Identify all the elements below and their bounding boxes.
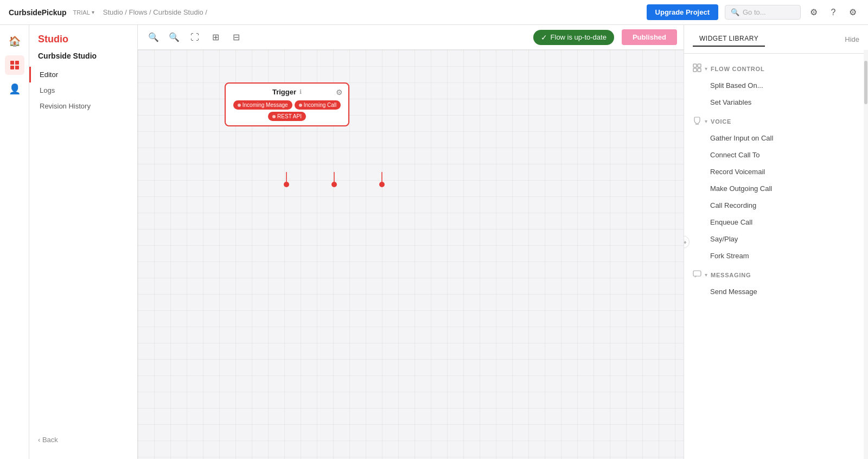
voice-icon <box>693 116 701 126</box>
hide-button[interactable]: Hide <box>845 35 859 43</box>
trigger-info-icon[interactable]: ℹ <box>299 88 302 95</box>
flow-status: ✓ Flow is up-to-date <box>533 30 614 45</box>
widget-call-recording[interactable]: Call Recording <box>684 197 868 214</box>
widget-set-variables[interactable]: Set Variables <box>684 94 868 111</box>
sidebar-item-revision-history[interactable]: Revision History <box>29 98 137 114</box>
svg-rect-0 <box>10 61 14 65</box>
grid-tool[interactable]: ⊞ <box>206 28 225 47</box>
check-icon: ✓ <box>541 33 547 42</box>
back-button[interactable]: ‹ Back <box>29 429 137 450</box>
sidebar: Studio Curbside Studio Editor Logs Revis… <box>29 25 138 459</box>
svg-rect-9 <box>693 68 697 72</box>
scrollbar-thumb[interactable] <box>864 61 867 104</box>
flow-control-toggle-icon: ▾ <box>705 66 707 72</box>
right-panel: «» WIDGET LIBRARY Hide ▾ FLOW CO <box>684 25 868 459</box>
canvas-toolbar: 🔍 🔍 ⛶ ⊞ ⊟ ✓ Flow is up-to-date Published <box>138 25 684 50</box>
trigger-badges: Incoming Message Incoming Call REST API <box>231 100 343 121</box>
voice-toggle-icon: ▾ <box>705 118 707 124</box>
brand-name: CurbsidePickup <box>9 8 67 17</box>
widget-split-based-on[interactable]: Split Based On... <box>684 77 868 94</box>
global-search[interactable]: 🔍 Go to... <box>725 5 801 20</box>
main-layout: 🏠 👤 Studio Curbside Studio Editor Logs R… <box>0 25 868 459</box>
trial-badge: TRIAL ▾ <box>73 9 94 16</box>
voice-section-header[interactable]: ▾ VOICE <box>684 111 868 130</box>
rest-api-badge: REST API <box>268 112 306 121</box>
canvas[interactable]: Trigger ℹ ⚙ Incoming Message Incoming Ca… <box>138 50 684 459</box>
svg-rect-13 <box>693 271 701 276</box>
svg-rect-2 <box>10 66 14 69</box>
widget-connect-call-to[interactable]: Connect Call To <box>684 146 868 163</box>
right-panel-tabs: WIDGET LIBRARY <box>693 31 765 47</box>
connector-lines <box>138 50 684 459</box>
search-zoom-tool[interactable]: 🔍 <box>144 28 163 47</box>
upgrade-button[interactable]: Upgrade Project <box>647 4 718 20</box>
connector-dot-3 <box>379 182 385 187</box>
sidebar-title: Curbside Studio <box>29 52 137 67</box>
sidebar-item-editor[interactable]: Editor <box>29 67 137 82</box>
messaging-toggle-icon: ▾ <box>705 272 707 278</box>
widget-enqueue-call[interactable]: Enqueue Call <box>684 214 868 231</box>
top-nav: CurbsidePickup TRIAL ▾ Studio / Flows / … <box>0 0 868 25</box>
studio-rail-icon[interactable] <box>5 55 24 75</box>
trigger-header: Trigger ℹ ⚙ <box>231 88 343 96</box>
search-icon: 🔍 <box>731 8 739 16</box>
home-icon[interactable]: 🏠 <box>5 31 24 51</box>
published-button[interactable]: Published <box>622 29 677 45</box>
widget-say-play[interactable]: Say/Play <box>684 231 868 247</box>
fit-tool[interactable]: ⛶ <box>186 28 204 47</box>
widget-fork-stream[interactable]: Fork Stream <box>684 247 868 264</box>
sidebar-item-logs[interactable]: Logs <box>29 82 137 98</box>
trigger-title: Trigger <box>272 88 296 96</box>
zoom-tool[interactable]: 🔍 <box>165 28 183 47</box>
svg-rect-3 <box>15 66 19 69</box>
flow-control-icon <box>693 63 701 74</box>
nav-icons: ⚙ ? ⚙ <box>807 6 859 19</box>
svg-rect-10 <box>698 68 701 72</box>
chevron-down-icon[interactable]: ▾ <box>92 9 94 15</box>
studio-label: Studio <box>29 34 137 52</box>
notification-icon[interactable]: ⚙ <box>807 6 820 19</box>
icon-rail: 🏠 👤 <box>0 25 29 459</box>
flow-control-section-header[interactable]: ▾ FLOW CONTROL <box>684 58 868 77</box>
svg-rect-8 <box>698 64 701 67</box>
breadcrumb: Studio / Flows / Curbside Studio / <box>103 8 207 16</box>
trigger-widget[interactable]: Trigger ℹ ⚙ Incoming Message Incoming Ca… <box>225 82 349 126</box>
widget-library: ▾ FLOW CONTROL Split Based On... Set Var… <box>684 54 868 459</box>
incoming-message-badge: Incoming Message <box>233 100 292 110</box>
connector-dot-2 <box>331 182 337 187</box>
svg-rect-7 <box>693 64 697 67</box>
widget-record-voicemail[interactable]: Record Voicemail <box>684 163 868 180</box>
connector-dot-1 <box>284 182 289 187</box>
widget-make-outgoing-call[interactable]: Make Outgoing Call <box>684 180 868 197</box>
flow-control-label: FLOW CONTROL <box>711 66 764 72</box>
voice-label: VOICE <box>711 118 731 125</box>
messaging-label: MESSAGING <box>711 272 751 278</box>
canvas-area: 🔍 🔍 ⛶ ⊞ ⊟ ✓ Flow is up-to-date Published… <box>138 25 684 459</box>
incoming-call-badge: Incoming Call <box>295 100 341 110</box>
help-icon[interactable]: ? <box>827 6 840 19</box>
svg-rect-1 <box>15 61 19 65</box>
widget-library-tab[interactable]: WIDGET LIBRARY <box>693 31 765 47</box>
widget-send-message[interactable]: Send Message <box>684 283 868 300</box>
widget-gather-input-on-call[interactable]: Gather Input on Call <box>684 130 868 146</box>
trigger-settings-icon[interactable]: ⚙ <box>336 88 343 97</box>
messaging-section-header[interactable]: ▾ MESSAGING <box>684 264 868 283</box>
right-panel-header: WIDGET LIBRARY Hide <box>684 25 868 54</box>
scrollbar-track[interactable] <box>864 50 868 459</box>
contacts-icon[interactable]: 👤 <box>5 79 24 99</box>
messaging-icon <box>693 270 701 280</box>
table-tool[interactable]: ⊟ <box>227 28 245 47</box>
settings-icon[interactable]: ⚙ <box>846 6 859 19</box>
